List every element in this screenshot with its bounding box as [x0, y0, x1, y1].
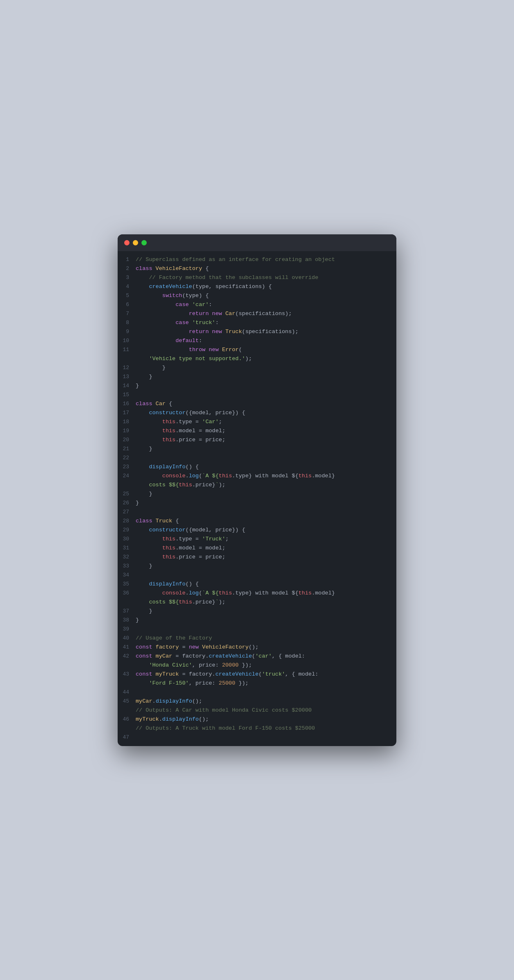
line-number: 1: [118, 255, 136, 264]
token: .: [186, 473, 189, 479]
code-line: 47: [118, 733, 396, 742]
token: displayInfo: [149, 464, 185, 470]
code-line: // Outputs: A Truck with model Ford F-15…: [118, 724, 396, 733]
token: 'Truck': [202, 536, 225, 542]
token: [136, 428, 162, 434]
code-line: 32 this.price = price;: [118, 553, 396, 562]
token: [136, 410, 149, 416]
line-content: // Usage of the Factory: [136, 634, 396, 643]
line-number: 8: [118, 318, 136, 327]
token: this: [219, 473, 232, 479]
code-line: 'Vehicle type not supported.');: [118, 354, 396, 363]
code-line: 13 }: [118, 372, 396, 381]
line-number: 27: [118, 508, 136, 517]
code-line: costs $${this.price}`);: [118, 598, 396, 607]
line-number: 43: [118, 670, 136, 679]
token: 'Vehicle type not supported.': [149, 356, 245, 362]
token: this: [162, 554, 175, 560]
close-button[interactable]: [124, 240, 130, 245]
token: [136, 356, 149, 362]
line-number: 20: [118, 436, 136, 445]
line-content: constructor({model, price}) {: [136, 408, 396, 417]
token: [136, 473, 162, 479]
line-content: }: [136, 499, 396, 508]
maximize-button[interactable]: [141, 240, 147, 245]
token: displayInfo: [156, 698, 192, 704]
minimize-button[interactable]: [133, 240, 138, 245]
token: [136, 284, 149, 290]
code-line: 'Ford F-150', price: 25000 });: [118, 679, 396, 688]
token: costs $${: [149, 482, 179, 488]
line-number: 11: [118, 345, 136, 354]
line-content: }: [136, 562, 396, 571]
line-content: switch(type) {: [136, 291, 396, 300]
token: {: [172, 518, 179, 524]
token: (: [239, 347, 242, 353]
line-number: 35: [118, 580, 136, 589]
line-number: 42: [118, 652, 136, 661]
token: // Outputs: A Car with model Honda Civic…: [136, 707, 312, 713]
line-number: 28: [118, 517, 136, 526]
token: case: [175, 302, 189, 308]
code-line: 35 displayInfo() {: [118, 580, 396, 589]
token: {: [202, 265, 209, 272]
code-line: 45myCar.displayInfo();: [118, 697, 396, 706]
token: .: [159, 716, 162, 722]
token: this: [162, 536, 175, 542]
token: [136, 464, 149, 470]
code-line: 38}: [118, 616, 396, 625]
token: this: [162, 428, 175, 434]
token: .: [186, 590, 189, 596]
token: (: [199, 473, 202, 479]
line-content: case 'truck':: [136, 318, 396, 327]
token: console: [162, 590, 186, 596]
token: (type) {: [182, 293, 209, 299]
token: return: [189, 311, 209, 317]
line-content: default:: [136, 336, 396, 345]
token: ;: [219, 419, 222, 425]
token: ;: [225, 536, 229, 542]
code-line: 16class Car {: [118, 399, 396, 408]
line-content: this.price = price;: [136, 436, 396, 445]
token: .: [152, 698, 156, 704]
token: 'Honda Civic': [149, 662, 192, 668]
line-number: 31: [118, 544, 136, 553]
token: );: [219, 599, 225, 605]
line-number: 13: [118, 372, 136, 381]
token: [136, 338, 175, 344]
token: class: [136, 265, 156, 272]
token: this: [162, 419, 175, 425]
token: });: [235, 680, 248, 686]
token: this: [179, 482, 192, 488]
token: ();: [192, 698, 202, 704]
code-line: 5 switch(type) {: [118, 291, 396, 300]
line-content: }: [136, 607, 396, 616]
token: this: [162, 545, 175, 551]
code-line: 24 console.log(`A ${this.type} with mode…: [118, 472, 396, 481]
token: [136, 680, 149, 686]
token: console: [162, 473, 186, 479]
line-number: 32: [118, 553, 136, 562]
token: log: [189, 473, 199, 479]
token: `A ${: [202, 590, 219, 596]
token: VehicleFactory: [156, 265, 202, 272]
code-line: 25 }: [118, 490, 396, 499]
line-content: this.price = price;: [136, 553, 396, 562]
code-line: 17 constructor({model, price}) {: [118, 408, 396, 417]
token: );: [219, 482, 225, 488]
line-content: }: [136, 490, 396, 499]
token: = factory.: [172, 653, 209, 659]
line-content: // Outputs: A Car with model Honda Civic…: [136, 706, 396, 715]
line-content: }: [136, 445, 396, 454]
code-line: 29 constructor({model, price}) {: [118, 526, 396, 535]
code-line: 31 this.model = model;: [118, 544, 396, 553]
token: (: [252, 653, 255, 659]
line-number: 21: [118, 445, 136, 454]
code-line: 43const myTruck = factory.createVehicle(…: [118, 670, 396, 679]
line-number: 40: [118, 634, 136, 643]
token: [136, 419, 162, 425]
line-number: 9: [118, 327, 136, 336]
token: this: [298, 473, 312, 479]
line-content: 'Vehicle type not supported.');: [136, 354, 396, 363]
token: [136, 581, 149, 587]
